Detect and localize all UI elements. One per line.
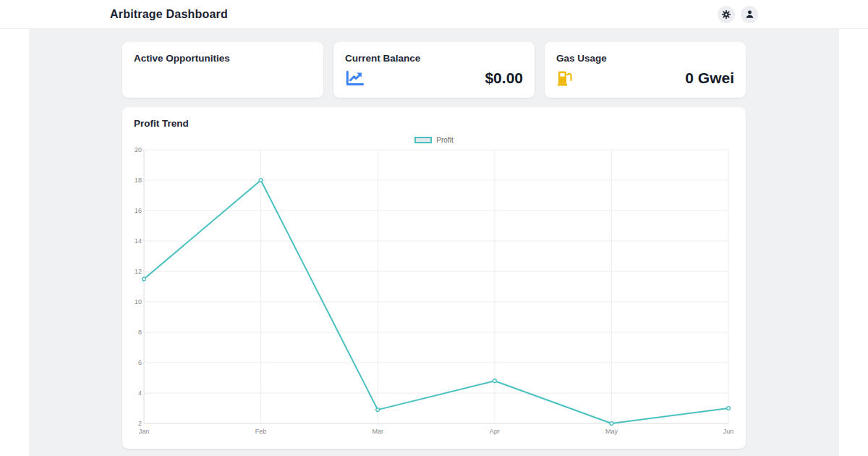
- settings-button[interactable]: [718, 6, 735, 23]
- balance-value: $0.00: [485, 69, 523, 87]
- svg-text:Mar: Mar: [372, 428, 383, 435]
- svg-text:4: 4: [138, 389, 142, 397]
- card-title: Active Opportunities: [134, 53, 312, 64]
- profit-trend-chart: 2468101214161820JanFebMarAprMayJun: [134, 145, 734, 441]
- stat-cards-row: Active Opportunities Current Balance $0.…: [122, 42, 746, 98]
- gear-icon: [721, 9, 731, 20]
- current-balance-card: Current Balance $0.00: [333, 42, 535, 98]
- svg-text:2: 2: [138, 420, 142, 427]
- topbar-actions: [718, 6, 758, 23]
- svg-text:12: 12: [135, 268, 142, 275]
- profit-trend-card: Profit Trend Profit 2468101214161820JanF…: [122, 107, 746, 449]
- legend-swatch: [414, 137, 432, 143]
- gas-pump-icon: [556, 69, 574, 87]
- gas-value: 0 Gwei: [685, 69, 734, 87]
- svg-text:16: 16: [135, 207, 142, 214]
- svg-text:10: 10: [135, 298, 142, 305]
- active-opportunities-card: Active Opportunities: [122, 42, 323, 98]
- legend-label: Profit: [436, 136, 453, 144]
- chart-line-icon: [345, 70, 364, 87]
- page-title: Arbitrage Dashboard: [110, 8, 228, 21]
- svg-text:6: 6: [138, 359, 142, 366]
- top-bar: Arbitrage Dashboard: [0, 0, 868, 29]
- svg-text:Feb: Feb: [255, 428, 267, 435]
- svg-text:20: 20: [135, 146, 142, 153]
- chart-legend[interactable]: Profit: [134, 135, 734, 144]
- svg-text:May: May: [605, 428, 618, 435]
- user-icon: [745, 9, 754, 19]
- card-title: Current Balance: [345, 53, 523, 64]
- svg-text:Jan: Jan: [139, 428, 150, 435]
- content-area: Active Opportunities Current Balance $0.…: [29, 29, 839, 456]
- svg-text:Apr: Apr: [490, 428, 500, 435]
- svg-text:14: 14: [135, 237, 142, 245]
- user-button[interactable]: [741, 6, 758, 23]
- svg-text:18: 18: [135, 177, 142, 184]
- svg-text:Jun: Jun: [723, 428, 733, 435]
- chart-title: Profit Trend: [134, 118, 734, 129]
- gas-usage-card: Gas Usage 0 Gwei: [545, 42, 746, 98]
- card-title: Gas Usage: [556, 53, 734, 64]
- svg-text:8: 8: [138, 329, 142, 336]
